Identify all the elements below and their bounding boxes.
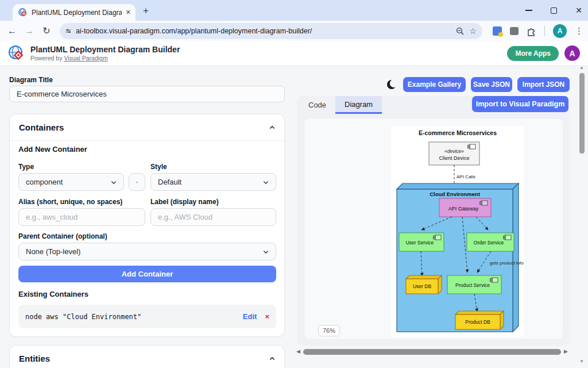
api-gateway-text: API Gateway	[448, 206, 479, 212]
existing-container-row: node aws "Cloud Environment" Edit ×	[18, 305, 276, 328]
product-service-text: Product Service	[455, 282, 490, 288]
back-icon[interactable]: ←	[3, 26, 21, 36]
type-label: Type	[18, 163, 34, 171]
tab-title: PlantUML Deployment Diagram	[32, 9, 122, 17]
vertical-scrollbar-thumb[interactable]	[579, 73, 585, 154]
diagram-title-text: E-commerce Microservices	[419, 129, 497, 136]
site-settings-icon[interactable]	[65, 28, 71, 34]
client-stereotype-text: «device»	[444, 148, 464, 154]
more-apps-button[interactable]: More Apps	[507, 46, 559, 61]
alias-input[interactable]	[18, 208, 145, 226]
zoom-level-badge: 76%	[318, 325, 340, 336]
account-avatar[interactable]: A	[564, 45, 580, 61]
app-header: PlantUML Deployment Diagram Builder Powe…	[0, 41, 588, 66]
deployment-diagram: E-commerce Microservices «device» Client…	[391, 126, 524, 337]
import-json-button[interactable]: Import JSON	[517, 77, 570, 92]
hscroll-left-icon[interactable]: ◀	[296, 348, 300, 354]
vscroll-down-icon[interactable]: ▼	[579, 359, 584, 364]
visual-paradigm-favicon	[18, 8, 28, 17]
diagram-preview-panel: E-commerce Microservices «device» Client…	[304, 118, 563, 340]
diagram-title-input[interactable]	[9, 86, 285, 102]
parent-container-select[interactable]: None (Top-level)	[18, 243, 276, 260]
browser-profile-avatar[interactable]: A	[553, 24, 567, 38]
user-service-text: User Service	[406, 240, 434, 246]
new-tab-button[interactable]: +	[143, 5, 149, 17]
powered-by-text: Powered by	[30, 55, 64, 62]
component-icon	[136, 179, 138, 186]
url-text[interactable]: ai-toolbox.visual-paradigm.com/app/plant…	[76, 27, 451, 35]
browser-menu-icon[interactable]: ⋮	[575, 26, 583, 36]
visual-paradigm-link[interactable]: Visual Paradigm	[64, 55, 107, 62]
component-type-icon-button[interactable]	[129, 173, 145, 191]
preview-card: Code Diagram Import to Visual Paradigm E…	[297, 96, 570, 346]
import-to-visual-paradigm-button[interactable]: Import to Visual Paradigm	[472, 96, 568, 112]
entities-card: Entities	[9, 345, 285, 368]
style-select[interactable]: Default	[150, 173, 276, 191]
edge-product-info-label: gets product info	[490, 260, 524, 266]
edge-api-calls-label: API Calls	[457, 174, 475, 179]
client-device-text: Client Device	[439, 155, 469, 161]
parent-container-label: Parent Container (optional)	[18, 232, 107, 240]
hscroll-right-icon[interactable]: ▶	[564, 348, 568, 354]
existing-containers-heading: Existing Containers	[18, 290, 88, 298]
diagram-canvas[interactable]: E-commerce Microservices «device» Client…	[391, 126, 524, 337]
window-maximize-button[interactable]	[551, 7, 557, 14]
entities-title: Entities	[19, 354, 50, 363]
delete-container-icon[interactable]: ×	[265, 312, 269, 321]
chevron-up-icon[interactable]	[269, 125, 275, 131]
tab-diagram[interactable]: Diagram	[335, 96, 382, 114]
style-label: Style	[150, 163, 167, 171]
extensions-puzzle-icon[interactable]	[527, 26, 536, 36]
cloud-environment-text: Cloud Environment	[430, 191, 480, 197]
diagram-title-label: Diagram Title	[9, 76, 53, 84]
horizontal-scrollbar-thumb[interactable]	[303, 349, 561, 355]
chevron-down-icon	[111, 179, 117, 185]
extension-blue-icon[interactable]	[493, 26, 502, 36]
add-new-container-heading: Add New Container	[18, 145, 87, 154]
example-gallery-button[interactable]: Example Gallery	[403, 77, 466, 92]
containers-title: Containers	[19, 122, 64, 132]
user-db-text: User DB	[413, 283, 431, 289]
zoom-out-icon[interactable]	[456, 27, 465, 36]
label-input[interactable]	[150, 208, 276, 226]
chevron-up-icon[interactable]	[269, 356, 275, 362]
dark-mode-toggle-icon[interactable]	[386, 78, 399, 91]
chevron-down-icon	[263, 179, 269, 185]
save-json-button[interactable]: Save JSON	[471, 77, 512, 92]
toolbar-divider	[544, 26, 545, 36]
reload-icon[interactable]: ↻	[38, 25, 55, 36]
window-minimize-button[interactable]	[525, 10, 532, 11]
chevron-down-icon	[263, 249, 269, 255]
edit-container-link[interactable]: Edit	[243, 312, 257, 321]
entities-card-header[interactable]: Entities	[10, 346, 284, 368]
tab-close-icon[interactable]: ✕	[126, 9, 131, 16]
browser-tab[interactable]: PlantUML Deployment Diagram ✕	[13, 4, 136, 21]
product-db-text: Product DB	[465, 319, 490, 325]
browser-toolbar: ← → ↻ ai-toolbox.visual-paradigm.com/app…	[0, 21, 588, 41]
visual-paradigm-logo	[8, 45, 25, 62]
alias-label: Alias (short, unique, no spaces)	[18, 198, 122, 206]
extension-gray-icon[interactable]	[510, 27, 519, 35]
vscroll-up-icon[interactable]: ▲	[579, 65, 584, 70]
bookmark-star-icon[interactable]: ☆	[469, 26, 477, 36]
type-select[interactable]: component	[18, 173, 124, 191]
label-label: Label (display name)	[150, 198, 219, 206]
container-code: node aws "Cloud Environment"	[25, 313, 141, 321]
browser-titlebar: PlantUML Deployment Diagram ✕ + ✕	[0, 0, 588, 21]
window-close-button[interactable]: ✕	[575, 6, 582, 15]
containers-card-header[interactable]: Containers	[10, 114, 284, 141]
type-select-value: component	[26, 178, 63, 186]
parent-container-value: None (Top-level)	[26, 247, 80, 256]
style-select-value: Default	[158, 178, 181, 186]
tab-code[interactable]: Code	[299, 96, 335, 114]
order-service-text: Order Service	[474, 240, 504, 246]
forward-icon[interactable]: →	[21, 26, 38, 36]
add-container-button[interactable]: Add Container	[18, 266, 276, 282]
page-title: PlantUML Deployment Diagram Builder	[30, 45, 180, 55]
url-bar[interactable]: ai-toolbox.visual-paradigm.com/app/plant…	[60, 23, 482, 39]
